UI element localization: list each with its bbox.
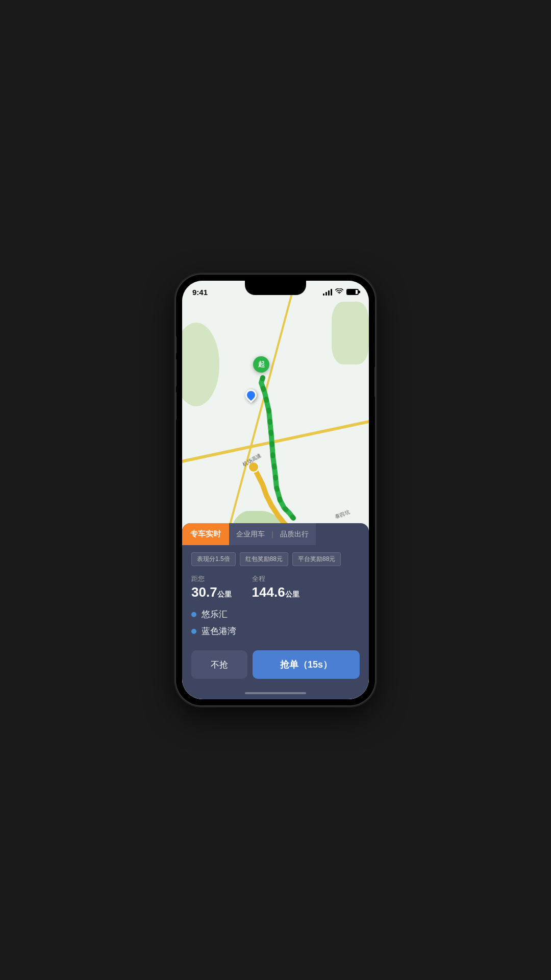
status-icons: [323, 288, 359, 296]
volume-up-button: [176, 359, 177, 387]
battery-icon: [346, 289, 359, 295]
tab-separator: ｜: [269, 530, 276, 539]
distance-from-unit: 公里: [217, 590, 232, 598]
pickup-dot-icon: [191, 612, 196, 617]
incentive-badges: 表现分1.5倍 红包奖励88元 平台奖励88元: [191, 552, 360, 566]
phone-screen: 9:41: [182, 281, 369, 699]
tab-enterprise[interactable]: 企业用车 ｜ 品质出行: [229, 523, 316, 545]
home-indicator: [182, 689, 369, 699]
panel-tabs: 专车实时 企业用车 ｜ 品质出行: [182, 523, 369, 545]
tab-private-car[interactable]: 专车实时: [182, 523, 229, 545]
phone-frame: 9:41: [176, 275, 375, 705]
dropoff-location: 蓝色港湾: [191, 625, 360, 637]
total-distance-unit: 公里: [285, 590, 299, 598]
total-distance-label: 全程: [252, 574, 299, 583]
start-bubble: 起: [253, 356, 269, 373]
dropoff-dot-icon: [191, 629, 196, 634]
wifi-icon: [335, 288, 343, 296]
badge-platform: 平台奖励88元: [292, 552, 341, 566]
signal-icon: [323, 288, 332, 296]
power-button: [374, 366, 375, 397]
distance-from-label: 距您: [191, 574, 232, 583]
silent-switch: [176, 336, 177, 354]
start-marker: 起: [253, 356, 269, 373]
distance-from-value: 30.7公里: [191, 584, 232, 600]
accept-button[interactable]: 抢单（15s）: [253, 650, 360, 679]
badge-performance: 表现分1.5倍: [191, 552, 236, 566]
notch: [245, 281, 306, 295]
current-location-icon: [245, 389, 257, 401]
pickup-location: 悠乐汇: [191, 608, 360, 620]
total-distance-value: 144.6公里: [252, 584, 299, 600]
pickup-name: 悠乐汇: [202, 608, 228, 620]
dropoff-name: 蓝色港湾: [202, 625, 236, 637]
panel-content: 表现分1.5倍 红包奖励88元 平台奖励88元 距您 30.7公里: [182, 545, 369, 650]
bottom-panel: 专车实时 企业用车 ｜ 品质出行 表现分1.5倍 红包奖励88元: [182, 523, 369, 699]
home-bar: [245, 692, 306, 694]
badge-red-packet: 红包奖励88元: [240, 552, 288, 566]
action-buttons: 不抢 抢单（15s）: [182, 650, 369, 689]
distance-from-driver: 距您 30.7公里: [191, 574, 232, 600]
decline-button[interactable]: 不抢: [191, 650, 247, 679]
volume-down-button: [176, 392, 177, 420]
location-list: 悠乐汇 蓝色港湾: [191, 608, 360, 637]
distance-row: 距您 30.7公里 全程 144.6公里: [191, 574, 360, 600]
status-time: 9:41: [192, 288, 208, 297]
total-distance: 全程 144.6公里: [252, 574, 299, 600]
